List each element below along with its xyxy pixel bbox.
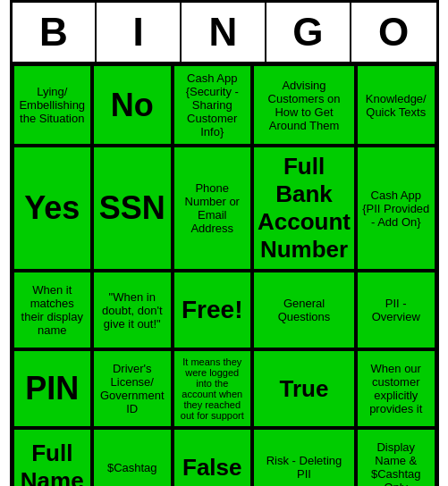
bingo-cell-22[interactable]: False [173,428,253,486]
bingo-grid: Lying/ Embellishing the SituationNoCash … [13,64,436,486]
bingo-cell-21[interactable]: $Cashtag [92,428,173,486]
header-g: G [266,3,351,62]
bingo-cell-24[interactable]: Display Name & $Cashtag Only [356,428,436,486]
bingo-cell-14[interactable]: PII - Overview [356,271,436,349]
bingo-cell-13[interactable]: General Questions [252,271,356,349]
bingo-cell-11[interactable]: "When in doubt, don't give it out!" [92,271,173,349]
bingo-cell-2[interactable]: Cash App {Security - Sharing Customer In… [173,64,253,146]
bingo-cell-6[interactable]: SSN [92,146,173,271]
bingo-cell-5[interactable]: Yes [13,146,93,271]
bingo-card: B I N G O Lying/ Embellishing the Situat… [10,0,439,486]
bingo-cell-7[interactable]: Phone Number or Email Address [173,146,253,271]
bingo-cell-9[interactable]: Cash App {PII Provided - Add On} [356,146,436,271]
bingo-cell-16[interactable]: Driver's License/ Government ID [92,349,173,428]
header-o: O [351,3,436,62]
bingo-cell-3[interactable]: Advising Customers on How to Get Around … [252,64,356,146]
bingo-cell-19[interactable]: When our customer explicitly provides it [356,349,436,428]
header-b: B [13,3,97,62]
bingo-header: B I N G O [13,3,436,64]
bingo-cell-1[interactable]: No [92,64,173,146]
bingo-cell-23[interactable]: Risk - Deleting PII [252,428,356,486]
bingo-cell-18[interactable]: True [252,349,356,428]
bingo-cell-12[interactable]: Free! [173,271,253,349]
header-i: I [97,3,182,62]
bingo-cell-4[interactable]: Knowledge/ Quick Texts [356,64,436,146]
bingo-cell-8[interactable]: Full Bank Account Number [252,146,356,271]
bingo-cell-20[interactable]: Full Name [13,428,93,486]
bingo-cell-10[interactable]: When it matches their display name [13,271,93,349]
bingo-cell-15[interactable]: PIN [13,349,93,428]
header-n: N [182,3,266,62]
bingo-cell-0[interactable]: Lying/ Embellishing the Situation [13,64,93,146]
bingo-cell-17[interactable]: It means they were logged into the accou… [173,349,253,428]
